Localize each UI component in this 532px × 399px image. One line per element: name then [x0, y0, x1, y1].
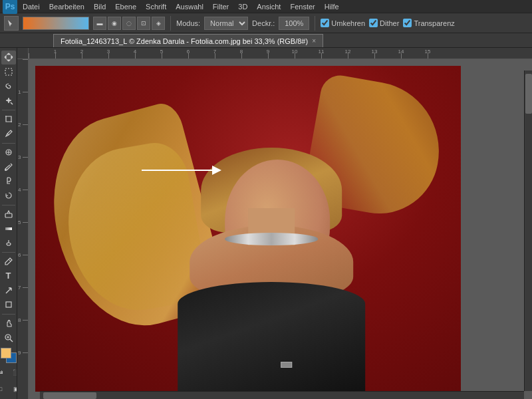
tool-marquee[interactable] — [1, 65, 16, 79]
tool-separator-5 — [2, 314, 15, 315]
svg-rect-6 — [6, 302, 11, 307]
svg-point-2 — [5, 169, 7, 171]
arrow-head — [212, 166, 221, 175]
necklace — [225, 233, 319, 245]
transparenz-option: Transparenz — [403, 19, 454, 27]
umkehren-checkbox[interactable] — [321, 19, 329, 27]
main-area: T ⇄ ⬛ □ ▣ — [0, 48, 532, 399]
tool-eraser[interactable] — [1, 207, 16, 221]
menu-hilfe[interactable]: Hilfe — [321, 1, 343, 12]
separator-2 — [315, 16, 315, 31]
canvas-image — [35, 66, 461, 392]
menu-ansicht[interactable]: Ansicht — [253, 1, 285, 12]
tool-separator-3 — [2, 205, 15, 205]
menu-datei[interactable]: Datei — [19, 1, 44, 12]
ruler-vertical: 123456789 — [17, 59, 29, 399]
umkehren-label: Umkehren — [331, 19, 365, 27]
mode-dropdown[interactable]: Normal — [204, 17, 248, 30]
svg-point-5 — [7, 243, 11, 245]
diamond-gradient-btn[interactable]: ◈ — [152, 17, 165, 30]
linear-gradient-btn[interactable]: ▬ — [93, 17, 106, 30]
radial-gradient-btn[interactable]: ◉ — [108, 17, 121, 30]
tool-shape[interactable] — [1, 298, 16, 312]
menu-fenster[interactable]: Fenster — [286, 1, 319, 12]
tool-heal[interactable] — [1, 145, 16, 159]
menu-filter[interactable]: Filter — [209, 1, 233, 12]
arrow-annotation — [142, 164, 221, 177]
opacity-input[interactable] — [279, 17, 309, 30]
optionsbar: ▬ ◉ ◌ ⊡ ◈ Modus: Normal Deckr.: Umkehren… — [0, 13, 532, 33]
mask-controls: □ ▣ — [0, 382, 17, 396]
tool-history[interactable] — [1, 189, 16, 203]
scrollbar-v-thumb[interactable] — [525, 74, 532, 114]
menu-schrift[interactable]: Schrift — [142, 1, 170, 12]
dither-label: Dither — [380, 19, 399, 27]
quickmask-mode-btn[interactable]: ▣ — [9, 382, 18, 396]
ruler-corner — [17, 48, 29, 59]
menu-ebene[interactable]: Ebene — [111, 1, 140, 12]
ruler-horizontal: 123456789101112131415 — [29, 48, 532, 59]
tool-separator-2 — [2, 143, 15, 144]
tool-pathselect[interactable] — [1, 283, 16, 297]
arrow-line — [142, 170, 212, 171]
mode-label: Modus: — [176, 19, 200, 27]
tool-move[interactable] — [1, 51, 16, 65]
transparenz-label: Transparenz — [414, 19, 454, 27]
dither-option: Dither — [369, 19, 399, 27]
menu-bearbeiten[interactable]: Bearbeiten — [45, 1, 88, 12]
canvas-document — [35, 66, 461, 392]
menu-3d[interactable]: 3D — [234, 1, 251, 12]
tool-hand[interactable] — [1, 317, 16, 331]
dither-checkbox[interactable] — [369, 19, 378, 27]
transparenz-checkbox[interactable] — [403, 19, 412, 27]
toolbar: T ⇄ ⬛ □ ▣ — [0, 48, 17, 399]
canvas-area: 123456789101112131415 123456789 — [17, 48, 532, 399]
app-logo: Ps — [3, 0, 17, 14]
tab-close-button[interactable]: × — [312, 37, 316, 45]
menu-bild[interactable]: Bild — [90, 1, 110, 12]
reset-colors-btn[interactable]: ⬛ — [9, 365, 18, 380]
gradient-swatch[interactable] — [23, 17, 89, 30]
tool-separator-4 — [2, 252, 15, 253]
tool-gradient[interactable] — [1, 221, 16, 235]
tool-zoom[interactable] — [1, 331, 16, 344]
tool-text[interactable]: T — [1, 269, 16, 283]
separator-1 — [170, 16, 171, 31]
svg-rect-0 — [5, 68, 12, 75]
tool-pen[interactable] — [1, 255, 16, 269]
umkehren-option: Umkehren — [321, 19, 365, 27]
angular-gradient-btn[interactable]: ◌ — [122, 17, 136, 30]
opacity-label: Deckr.: — [252, 19, 275, 27]
tool-eyedropper[interactable] — [1, 127, 16, 141]
person-body — [154, 148, 388, 392]
scrollbar-horizontal[interactable] — [40, 391, 524, 399]
gradient-shape-options: ▬ ◉ ◌ ⊡ ◈ — [93, 17, 165, 30]
buckle — [281, 362, 292, 367]
current-tool-icon — [4, 16, 19, 31]
tool-crop[interactable] — [1, 112, 16, 126]
scrollbar-vertical[interactable] — [524, 70, 532, 391]
tabbar: Fotolia_12463713_L © Zdenka Darula - Fot… — [0, 33, 532, 48]
tool-separator-1 — [2, 110, 15, 110]
tab-filename: Fotolia_12463713_L © Zdenka Darula - Fot… — [61, 37, 308, 45]
document-tab[interactable]: Fotolia_12463713_L © Zdenka Darula - Fot… — [53, 34, 323, 47]
tool-brush[interactable] — [1, 160, 16, 174]
color-controls: ⇄ ⬛ — [0, 365, 17, 380]
tool-lasso[interactable] — [1, 80, 16, 94]
svg-rect-4 — [5, 227, 12, 230]
svg-rect-3 — [5, 213, 12, 217]
scrollbar-h-thumb[interactable] — [43, 392, 96, 399]
reflected-gradient-btn[interactable]: ⊡ — [137, 17, 150, 30]
menu-auswahl[interactable]: Auswahl — [172, 1, 207, 12]
foreground-color-swatch[interactable] — [1, 348, 11, 358]
tool-magicwand[interactable] — [1, 94, 16, 108]
dress — [178, 282, 365, 392]
standard-mode-btn[interactable]: □ — [0, 382, 8, 396]
switch-colors-btn[interactable]: ⇄ — [0, 365, 8, 380]
canvas-viewport[interactable] — [29, 59, 532, 399]
color-swatches — [1, 348, 17, 363]
menubar: Ps Datei Bearbeiten Bild Ebene Schrift A… — [0, 0, 532, 13]
tool-dodge[interactable] — [1, 236, 16, 250]
tool-stamp[interactable] — [1, 174, 16, 188]
